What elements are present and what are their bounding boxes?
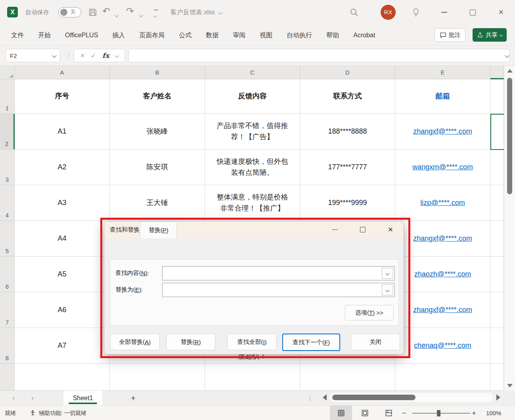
ribbon-tab-帮助[interactable]: 帮助 bbox=[319, 25, 346, 46]
add-sheet-button[interactable]: + bbox=[125, 391, 141, 405]
ribbon-tab-数据[interactable]: 数据 bbox=[199, 25, 226, 46]
cell-E5[interactable]: zhangxf@****.com bbox=[395, 221, 490, 257]
cell-A5[interactable]: A4 bbox=[15, 221, 110, 257]
cell-B4[interactable]: 王大锤 bbox=[110, 185, 205, 221]
dialog-button-关闭[interactable]: 关闭 bbox=[351, 334, 400, 350]
prev-sheet-icon[interactable]: ‹ bbox=[6, 391, 21, 405]
cell-F4[interactable] bbox=[490, 185, 504, 221]
vertical-scrollbar[interactable] bbox=[504, 66, 515, 391]
dialog-button-替换[interactable]: 替换(R) bbox=[166, 334, 215, 350]
cell-E2[interactable]: zhangxf@****.com bbox=[395, 114, 490, 150]
cell-F8[interactable] bbox=[490, 328, 504, 364]
email-link[interactable]: 邮箱 bbox=[436, 91, 450, 102]
cell-D2[interactable]: 188****8888 bbox=[300, 114, 395, 150]
column-header-A[interactable]: A bbox=[15, 66, 110, 79]
find-what-combobox[interactable] bbox=[162, 266, 395, 280]
cell-E4[interactable]: lizp@****.com bbox=[395, 185, 490, 221]
horizontal-scroll-thumb[interactable] bbox=[332, 395, 415, 400]
email-link[interactable]: zhangxf@****.com bbox=[413, 126, 472, 137]
ribbon-tab-页面布局[interactable]: 页面布局 bbox=[132, 25, 172, 46]
cell-E7[interactable]: zhangxf@****.com bbox=[395, 292, 490, 328]
email-link[interactable]: zhangxf@****.com bbox=[413, 305, 472, 316]
sheetbar-splitter[interactable]: ⋮ bbox=[307, 391, 313, 405]
quick-access-more-icon[interactable] bbox=[154, 10, 158, 19]
scroll-up-icon[interactable] bbox=[507, 69, 513, 73]
column-header-B[interactable]: B bbox=[110, 66, 205, 79]
cell-D4[interactable]: 199****9999 bbox=[300, 185, 395, 221]
cell-E6[interactable]: zhaozh@****.com bbox=[395, 257, 490, 292]
ribbon-tab-开始[interactable]: 开始 bbox=[31, 25, 58, 46]
confirm-entry-icon[interactable]: ✓ bbox=[91, 52, 96, 59]
user-avatar[interactable]: RX bbox=[381, 5, 396, 20]
select-all-corner[interactable] bbox=[0, 66, 15, 79]
cell-F1[interactable] bbox=[490, 79, 504, 114]
cell-A4[interactable]: A3 bbox=[15, 185, 110, 221]
find-what-dropdown-icon[interactable] bbox=[382, 268, 393, 279]
dialog-button-全部替换[interactable]: 全部替换(A) bbox=[110, 334, 160, 350]
row-header-2[interactable]: 2 bbox=[0, 114, 15, 150]
cell-F7[interactable] bbox=[490, 292, 504, 328]
cell-Bx[interactable] bbox=[110, 364, 205, 391]
ribbon-tab-审阅[interactable]: 审阅 bbox=[226, 25, 253, 46]
dialog-button-查找下一个[interactable]: 查找下一个(F) bbox=[282, 334, 340, 351]
cell-D3[interactable]: 177****7777 bbox=[300, 150, 395, 185]
cell-Ax[interactable] bbox=[15, 364, 110, 391]
comments-button[interactable]: 批注 bbox=[435, 28, 465, 42]
column-header-E[interactable]: E bbox=[395, 66, 490, 79]
ribbon-tab-视图[interactable]: 视图 bbox=[253, 25, 280, 46]
column-header-F-partial[interactable] bbox=[490, 66, 504, 79]
share-button[interactable]: 共享 bbox=[473, 28, 507, 42]
fx-dropdown-icon[interactable] bbox=[115, 53, 119, 58]
dialog-tab-替换[interactable]: 替换(P) bbox=[140, 222, 177, 238]
cell-A2[interactable]: A1 bbox=[15, 114, 110, 150]
email-link[interactable]: zhaozh@****.com bbox=[414, 269, 471, 280]
normal-view-button[interactable] bbox=[330, 406, 352, 420]
page-break-view-button[interactable] bbox=[377, 406, 400, 420]
ribbon-tab-插入[interactable]: 插入 bbox=[105, 25, 132, 46]
name-box[interactable]: F2 bbox=[6, 49, 60, 62]
row-header-partial[interactable] bbox=[0, 364, 15, 391]
options-button[interactable]: 选项(T) >> bbox=[345, 305, 394, 320]
cell-C3[interactable]: 快递速度极快，但外包 装有点简陋。 bbox=[205, 150, 300, 185]
cell-F3[interactable] bbox=[490, 150, 504, 185]
cell-C4[interactable]: 整体满意，特别是价格 非常合理！【推广】 bbox=[205, 185, 300, 221]
row-header-4[interactable]: 4 bbox=[0, 185, 15, 221]
dialog-minimize-button[interactable] bbox=[327, 221, 343, 238]
save-icon[interactable] bbox=[88, 8, 98, 17]
zoom-in-icon[interactable]: + bbox=[472, 406, 476, 420]
dialog-close-button[interactable]: × bbox=[383, 221, 398, 238]
column-header-C[interactable]: C bbox=[205, 66, 300, 79]
ribbon-tab-OfficePLUS[interactable]: OfficePLUS bbox=[58, 25, 105, 46]
email-link[interactable]: wangxm@****.com bbox=[412, 162, 473, 173]
lightbulb-icon[interactable] bbox=[411, 7, 421, 17]
zoom-slider-handle[interactable] bbox=[437, 410, 440, 416]
hscroll-right-icon[interactable] bbox=[496, 394, 500, 401]
column-header-D[interactable]: D bbox=[300, 66, 395, 79]
cell-Fx[interactable] bbox=[490, 364, 504, 391]
ribbon-tab-公式[interactable]: 公式 bbox=[172, 25, 199, 46]
zoom-slider[interactable] bbox=[412, 413, 470, 414]
formula-bar-splitter[interactable]: ⋮ bbox=[66, 49, 72, 62]
cell-E3[interactable]: wangxm@****.com bbox=[395, 150, 490, 185]
cell-Dx[interactable] bbox=[300, 364, 395, 391]
cell-A3[interactable]: A2 bbox=[15, 150, 110, 185]
page-layout-view-button[interactable] bbox=[354, 406, 376, 420]
zoom-level[interactable]: 100% bbox=[486, 406, 501, 420]
zoom-out-icon[interactable]: − bbox=[402, 406, 406, 420]
formula-bar-expand-icon[interactable] bbox=[501, 49, 513, 62]
cell-C1[interactable]: 反馈内容 bbox=[205, 79, 300, 114]
redo-icon[interactable]: ↷ bbox=[126, 6, 134, 17]
ribbon-tab-自动执行[interactable]: 自动执行 bbox=[280, 25, 319, 46]
vertical-scroll-thumb[interactable] bbox=[507, 78, 512, 194]
dialog-button-查找全部[interactable]: 查找全部(I) bbox=[227, 334, 277, 350]
cell-E1[interactable]: 邮箱 bbox=[395, 79, 490, 114]
cell-A7[interactable]: A6 bbox=[15, 292, 110, 328]
cell-B2[interactable]: 张晓峰 bbox=[110, 114, 205, 150]
scroll-down-icon[interactable] bbox=[507, 384, 513, 387]
cell-C2[interactable]: 产品非常不错，值得推 荐！【广告】 bbox=[205, 114, 300, 150]
row-header-5[interactable]: 5 bbox=[0, 221, 15, 257]
row-header-8[interactable]: 8 bbox=[0, 328, 15, 364]
cell-B1[interactable]: 客户姓名 bbox=[110, 79, 205, 114]
cell-B3[interactable]: 陈安琪 bbox=[110, 150, 205, 185]
email-link[interactable]: lizp@****.com bbox=[420, 198, 465, 209]
